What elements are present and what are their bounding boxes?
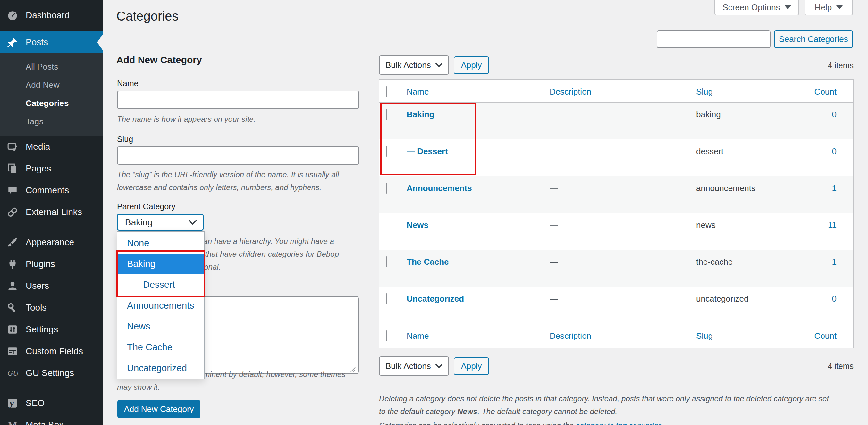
row-checkbox[interactable] bbox=[386, 293, 387, 304]
sidebar-item-label: Tools bbox=[26, 302, 46, 313]
table-footer-row: Name Description Slug Count bbox=[379, 324, 853, 348]
checkbox-cell bbox=[379, 176, 407, 213]
pin-icon bbox=[7, 37, 20, 48]
apply-button-bottom[interactable]: Apply bbox=[454, 357, 489, 375]
sidebar-item-appearance[interactable]: Appearance bbox=[0, 231, 103, 253]
category-slug-field[interactable] bbox=[117, 146, 359, 165]
chevron-down-icon bbox=[435, 364, 442, 368]
sidebar-item-dashboard[interactable]: Dashboard bbox=[0, 4, 103, 26]
category-description: — bbox=[550, 250, 696, 287]
sidebar-item-users[interactable]: Users bbox=[0, 275, 103, 297]
bulk-actions-select-bottom[interactable]: Bulk Actions bbox=[379, 356, 449, 375]
description-help-line2: may show it. bbox=[117, 381, 345, 394]
posts-submenu: All Posts Add New Categories Tags bbox=[0, 53, 103, 136]
select-all-checkbox[interactable] bbox=[386, 330, 387, 341]
svg-text:M: M bbox=[8, 420, 17, 425]
annotation-box-table-rows bbox=[380, 103, 476, 175]
sidebar-item-tools[interactable]: Tools bbox=[0, 297, 103, 319]
category-slug: the-cache bbox=[696, 250, 796, 287]
column-header-description[interactable]: Description bbox=[550, 80, 696, 102]
sidebar-item-label: Posts bbox=[26, 37, 48, 47]
sidebar-item-tags[interactable]: Tags bbox=[0, 112, 103, 131]
page-title: Categories bbox=[116, 9, 178, 23]
yoast-seo-icon: y bbox=[7, 398, 20, 408]
sidebar-item-media[interactable]: Media bbox=[0, 136, 103, 158]
footer-column-slug[interactable]: Slug bbox=[696, 324, 796, 348]
sliders-icon bbox=[7, 324, 20, 335]
pages-icon bbox=[7, 163, 20, 174]
category-name-link[interactable]: Uncategorized bbox=[407, 294, 464, 303]
category-description: — bbox=[550, 287, 696, 324]
sidebar-item-all-posts[interactable]: All Posts bbox=[0, 58, 103, 76]
category-name-field[interactable] bbox=[117, 91, 359, 109]
sidebar-item-settings[interactable]: Settings bbox=[0, 319, 103, 340]
default-category-name: News bbox=[457, 407, 477, 416]
delete-note-line2-before: to the default category bbox=[379, 407, 457, 416]
parent-category-selected-value: Baking bbox=[125, 217, 153, 228]
sidebar-item-label: SEO bbox=[26, 398, 44, 408]
dropdown-option-news[interactable]: News bbox=[117, 316, 204, 337]
category-name-link[interactable]: The Cache bbox=[407, 257, 449, 267]
user-icon bbox=[7, 281, 20, 291]
footer-column-description[interactable]: Description bbox=[550, 324, 696, 348]
bulk-actions-select-top[interactable]: Bulk Actions bbox=[379, 56, 449, 75]
link-icon bbox=[7, 207, 20, 218]
select-all-checkbox[interactable] bbox=[386, 86, 387, 97]
sidebar-item-pages[interactable]: Pages bbox=[0, 158, 103, 179]
sidebar-item-gu-settings[interactable]: GU GU Settings bbox=[0, 362, 103, 384]
category-slug: baking bbox=[696, 103, 796, 139]
column-header-count[interactable]: Count bbox=[796, 80, 853, 102]
sidebar-item-seo[interactable]: y SEO bbox=[0, 392, 103, 414]
sidebar-item-label: Custom Fields bbox=[26, 346, 83, 356]
categories-admin-page: Dashboard Posts All Posts Add New Catego… bbox=[0, 0, 868, 425]
footer-column-count[interactable]: Count bbox=[796, 324, 853, 348]
textarea-resize-grip[interactable] bbox=[349, 365, 356, 374]
screen-options-button[interactable]: Screen Options bbox=[714, 0, 799, 15]
dropdown-option-the-cache[interactable]: The Cache bbox=[117, 337, 204, 358]
admin-sidebar: Dashboard Posts All Posts Add New Catego… bbox=[0, 0, 103, 425]
sidebar-item-meta-box[interactable]: M Meta Box bbox=[0, 414, 103, 425]
column-header-slug[interactable]: Slug bbox=[696, 80, 796, 102]
sidebar-item-comments[interactable]: Comments bbox=[0, 179, 103, 201]
dropdown-option-announcements[interactable]: Announcements bbox=[117, 295, 204, 316]
category-count[interactable]: 0 bbox=[796, 287, 853, 324]
category-count[interactable]: 1 bbox=[796, 176, 853, 213]
sidebar-item-add-new[interactable]: Add New bbox=[0, 76, 103, 94]
sidebar-item-custom-fields[interactable]: Custom Fields bbox=[0, 340, 103, 362]
sidebar-item-label: External Links bbox=[26, 207, 82, 217]
sidebar-item-posts[interactable]: Posts bbox=[0, 31, 103, 53]
table-row-announcements: Announcements — announcements 1 bbox=[379, 176, 853, 213]
category-to-tag-converter-link[interactable]: category to tag converter bbox=[576, 421, 661, 425]
help-button[interactable]: Help bbox=[805, 0, 853, 15]
chevron-down-icon bbox=[189, 220, 197, 225]
dropdown-option-uncategorized[interactable]: Uncategorized bbox=[117, 358, 204, 379]
category-name-link[interactable]: Announcements bbox=[407, 183, 472, 193]
category-count[interactable]: 11 bbox=[796, 213, 853, 250]
sidebar-item-label: Pages bbox=[26, 163, 51, 174]
column-header-name[interactable]: Name bbox=[407, 80, 550, 102]
parent-category-select[interactable]: Baking bbox=[117, 214, 204, 231]
row-checkbox[interactable] bbox=[386, 256, 387, 267]
category-count[interactable]: 0 bbox=[796, 103, 853, 139]
screen-options-label: Screen Options bbox=[722, 3, 780, 12]
header-checkbox-cell bbox=[379, 80, 407, 102]
wrench-icon bbox=[7, 302, 20, 313]
footer-column-name[interactable]: Name bbox=[407, 324, 550, 348]
parent-category-label: Parent Category bbox=[117, 202, 176, 211]
add-new-category-button[interactable]: Add New Category bbox=[117, 400, 200, 418]
sidebar-item-plugins[interactable]: Plugins bbox=[0, 253, 103, 275]
apply-button-top[interactable]: Apply bbox=[454, 57, 489, 74]
sidebar-item-external-links[interactable]: External Links bbox=[0, 201, 103, 223]
row-checkbox[interactable] bbox=[386, 183, 387, 194]
sidebar-item-label: Settings bbox=[26, 324, 58, 335]
category-description: — bbox=[550, 213, 696, 250]
convert-note-period: . bbox=[660, 421, 663, 425]
category-count[interactable]: 1 bbox=[796, 250, 853, 287]
sidebar-separator bbox=[0, 223, 103, 231]
category-count[interactable]: 0 bbox=[796, 139, 853, 176]
sidebar-item-categories[interactable]: Categories bbox=[0, 94, 103, 112]
category-name-link[interactable]: News bbox=[407, 220, 428, 230]
search-input[interactable] bbox=[657, 30, 771, 48]
search-categories-button[interactable]: Search Categories bbox=[774, 30, 853, 48]
bulk-actions-label: Bulk Actions bbox=[385, 361, 431, 371]
